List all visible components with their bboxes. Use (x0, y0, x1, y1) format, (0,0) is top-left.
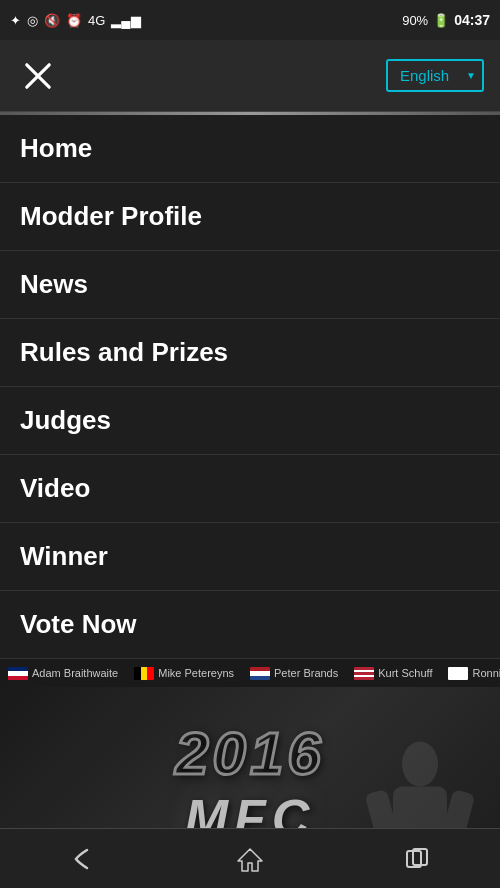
name-label-2: Mike Petereyns (158, 667, 234, 679)
name-item-2: Mike Petereyns (134, 667, 234, 680)
name-label-3: Peter Brands (274, 667, 338, 679)
name-item-1: Adam Braithwaite (8, 667, 118, 680)
name-label-1: Adam Braithwaite (32, 667, 118, 679)
bluetooth-icon: ✦ (10, 13, 21, 28)
bottom-nav (0, 828, 500, 888)
svg-point-2 (402, 742, 438, 787)
nav-item-video[interactable]: Video (0, 455, 500, 523)
flag-be-icon (134, 667, 154, 680)
nav-item-rules-and-prizes[interactable]: Rules and Prizes (0, 319, 500, 387)
name-label-4: Kurt Schuff (378, 667, 432, 679)
home-icon (236, 845, 264, 873)
language-selector-wrapper[interactable]: English Deutsch Français Español (386, 59, 484, 92)
name-item-4: Kurt Schuff (354, 667, 432, 680)
nav-item-judges[interactable]: Judges (0, 387, 500, 455)
name-item-5: Ronnie Hara (448, 667, 500, 680)
battery-percent: 90% (402, 13, 428, 28)
flag-uk-icon (8, 667, 28, 680)
name-item-3: Peter Brands (250, 667, 338, 680)
back-icon (69, 845, 97, 873)
home-button[interactable] (220, 834, 280, 884)
language-select[interactable]: English Deutsch Français Español (386, 59, 484, 92)
header: English Deutsch Français Español (0, 40, 500, 112)
signal-bars-icon: ▂▄▆ (111, 13, 140, 28)
battery-icon: 🔋 (433, 13, 449, 28)
signal-4g-icon: 4G (88, 13, 105, 28)
status-icons-left: ✦ ◎ 🔇 ⏰ 4G ▂▄▆ (10, 13, 141, 28)
close-icon (22, 60, 54, 92)
flag-jp-icon (448, 667, 468, 680)
nav-menu: Home Modder Profile News Rules and Prize… (0, 115, 500, 659)
nav-item-modder-profile[interactable]: Modder Profile (0, 183, 500, 251)
flag-us-icon (354, 667, 374, 680)
status-time: 04:37 (454, 12, 490, 28)
flag-nl-icon (250, 667, 270, 680)
volume-icon: 🔇 (44, 13, 60, 28)
alarm-icon: ⏰ (66, 13, 82, 28)
recent-apps-icon (403, 845, 431, 873)
name-label-5: Ronnie Hara (472, 667, 500, 679)
close-button[interactable] (16, 54, 60, 98)
recent-apps-button[interactable] (387, 834, 447, 884)
names-bar: Adam Braithwaite Mike Petereyns Peter Br… (0, 659, 500, 687)
back-button[interactable] (53, 834, 113, 884)
names-list: Adam Braithwaite Mike Petereyns Peter Br… (0, 667, 500, 680)
nav-item-home[interactable]: Home (0, 115, 500, 183)
media-icon: ◎ (27, 13, 38, 28)
status-bar: ✦ ◎ 🔇 ⏰ 4G ▂▄▆ 90% 🔋 04:37 (0, 0, 500, 40)
nav-item-winner[interactable]: Winner (0, 523, 500, 591)
nav-item-news[interactable]: News (0, 251, 500, 319)
status-icons-right: 90% 🔋 04:37 (402, 12, 490, 28)
nav-item-vote-now[interactable]: Vote Now (0, 591, 500, 659)
svg-marker-8 (238, 849, 262, 871)
mfc-year: 2016 (175, 719, 324, 788)
